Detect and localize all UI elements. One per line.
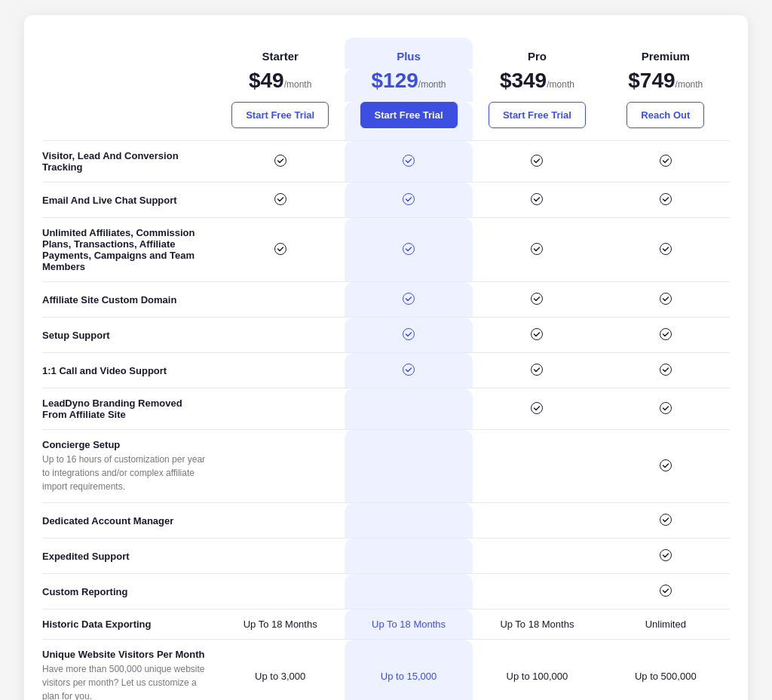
plus-check-2 <box>345 218 473 282</box>
check-icon <box>273 192 288 207</box>
pro-check-5 <box>473 353 601 388</box>
svg-point-20 <box>660 364 671 376</box>
svg-point-6 <box>532 194 543 205</box>
svg-point-22 <box>660 403 671 414</box>
plus-check-7 <box>345 430 473 503</box>
feature-name-cell: Unlimited Affiliates, Commission Plans, … <box>42 218 216 282</box>
pro-check-9 <box>473 539 601 574</box>
check-icon <box>658 548 673 563</box>
premium-check-1 <box>602 183 730 218</box>
plus-data-value-0: Up To 18 Months <box>345 609 473 640</box>
feature-row: Affiliate Site Custom Domain <box>42 282 730 318</box>
check-icon <box>401 153 416 168</box>
starter-check-0 <box>216 141 345 183</box>
pro-price-cell: $349/month <box>473 69 601 102</box>
plus-plan-header: Plus <box>345 38 473 69</box>
plus-price-cell: $129/month <box>345 69 473 102</box>
price-feature-col <box>42 69 216 102</box>
data-feature-name: Historic Data Exporting <box>42 619 207 630</box>
data-row: Historic Data ExportingUp To 18 MonthsUp… <box>42 609 730 640</box>
feature-name: Concierge Setup <box>42 439 207 450</box>
check-icon <box>529 291 544 306</box>
pro-plan-header: Pro <box>473 38 601 69</box>
check-icon <box>273 241 288 256</box>
check-icon <box>529 362 544 377</box>
premium-data-value-1: Up to 500,000 <box>602 640 730 701</box>
svg-point-10 <box>532 244 543 255</box>
premium-plan-name: Premium <box>602 38 730 63</box>
pro-check-2 <box>473 218 601 282</box>
feature-row: Custom Reporting <box>42 574 730 609</box>
plus-check-0 <box>345 141 473 183</box>
price-row: $49/month $129/month $349/month $749/mon… <box>42 69 730 102</box>
check-icon <box>401 192 416 207</box>
feature-desc: Up to 16 hours of customization per year… <box>42 453 207 493</box>
feature-name-cell: Expedited Support <box>42 539 216 574</box>
plus-check-8 <box>345 503 473 539</box>
starter-check-8 <box>216 503 345 539</box>
svg-point-4 <box>274 194 286 205</box>
pricing-table: Starter Plus Pro Premium $49/month <box>42 38 730 700</box>
premium-check-2 <box>602 218 730 282</box>
feature-name-cell: Setup Support <box>42 318 216 353</box>
feature-name: Visitor, Lead And Conversion Tracking <box>42 150 207 173</box>
svg-point-14 <box>660 293 671 305</box>
svg-point-0 <box>274 155 286 167</box>
premium-top-cta[interactable]: Reach Out <box>626 102 704 128</box>
feature-name: Setup Support <box>42 330 207 341</box>
starter-data-value-1: Up to 3,000 <box>216 640 345 701</box>
starter-check-1 <box>216 183 345 218</box>
pro-price: $349 <box>500 69 547 92</box>
premium-period: /month <box>676 79 703 90</box>
svg-point-13 <box>532 293 543 305</box>
check-icon <box>273 153 288 168</box>
check-icon <box>401 327 416 342</box>
premium-cta-cell: Reach Out <box>602 102 730 141</box>
svg-point-18 <box>403 364 415 376</box>
starter-check-3 <box>216 282 345 318</box>
pro-top-cta[interactable]: Start Free Trial <box>489 102 586 128</box>
starter-data-value-0: Up To 18 Months <box>216 609 345 640</box>
pro-plan-name: Pro <box>473 38 601 63</box>
svg-point-9 <box>403 244 415 255</box>
svg-point-3 <box>660 155 671 167</box>
check-icon <box>658 153 673 168</box>
check-icon <box>658 327 673 342</box>
plus-check-3 <box>345 282 473 318</box>
check-icon <box>529 401 544 416</box>
feature-col-header <box>42 38 216 69</box>
pro-check-0 <box>473 141 601 183</box>
premium-check-10 <box>602 574 730 609</box>
starter-plan-header: Starter <box>216 38 345 69</box>
feature-name: Expedited Support <box>42 551 207 562</box>
pro-check-8 <box>473 503 601 539</box>
starter-check-7 <box>216 430 345 503</box>
plus-top-cta[interactable]: Start Free Trial <box>360 102 458 128</box>
feature-name-cell: Dedicated Account Manager <box>42 503 216 539</box>
feature-row: 1:1 Call and Video Support <box>42 353 730 388</box>
check-icon <box>529 192 544 207</box>
feature-name-cell: 1:1 Call and Video Support <box>42 353 216 388</box>
svg-point-23 <box>660 460 671 471</box>
svg-point-21 <box>532 403 543 414</box>
starter-cta-cell: Start Free Trial <box>216 102 345 141</box>
plus-price: $129 <box>372 69 418 92</box>
check-icon <box>658 401 673 416</box>
pro-check-3 <box>473 282 601 318</box>
plus-period: /month <box>418 79 446 90</box>
feature-row: Concierge SetupUp to 16 hours of customi… <box>42 430 730 503</box>
starter-top-cta[interactable]: Start Free Trial <box>231 102 329 128</box>
check-icon <box>401 241 416 256</box>
pro-check-1 <box>473 183 601 218</box>
check-icon <box>529 327 544 342</box>
data-feature-name-cell: Unique Website Visitors Per MonthHave mo… <box>42 640 216 701</box>
svg-point-19 <box>532 364 543 376</box>
plus-check-9 <box>345 539 473 574</box>
plus-plan-name: Plus <box>345 38 473 63</box>
pro-data-value-1: Up to 100,000 <box>473 640 601 701</box>
svg-point-26 <box>660 585 671 597</box>
plus-cta-cell: Start Free Trial <box>345 102 473 141</box>
data-feature-name: Unique Website Visitors Per Month <box>42 649 207 660</box>
svg-point-15 <box>403 329 415 340</box>
pro-period: /month <box>547 79 574 90</box>
